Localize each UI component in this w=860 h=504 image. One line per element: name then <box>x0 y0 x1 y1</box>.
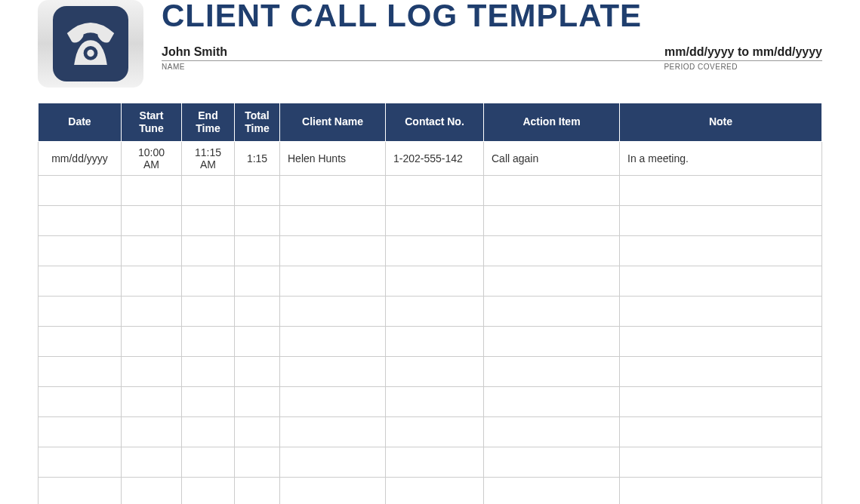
cell-action <box>484 416 620 447</box>
cell-date <box>39 296 122 326</box>
cell-note <box>620 296 822 326</box>
cell-contact <box>386 235 484 266</box>
cell-client <box>280 326 386 356</box>
cell-start <box>122 175 182 205</box>
cell-total <box>235 235 280 266</box>
cell-client <box>280 266 386 296</box>
table-row <box>39 356 822 386</box>
table-row <box>39 386 822 416</box>
cell-start <box>122 296 182 326</box>
cell-date <box>39 175 122 205</box>
call-log-table: Date Start Tune End Time Total Time Clie… <box>38 103 822 504</box>
col-client: Client Name <box>280 103 386 142</box>
period-value: mm/dd/yyyy to mm/dd/yyyy <box>664 45 822 59</box>
cell-contact <box>386 326 484 356</box>
header-text: CLIENT CALL LOG TEMPLATE John Smith mm/d… <box>162 0 822 72</box>
col-contact: Contact No. <box>386 103 484 142</box>
cell-end <box>182 386 235 416</box>
cell-note <box>620 205 822 235</box>
table-row <box>39 447 822 477</box>
cell-end <box>182 205 235 235</box>
cell-start <box>122 477 182 504</box>
cell-action <box>484 447 620 477</box>
header: CLIENT CALL LOG TEMPLATE John Smith mm/d… <box>38 0 822 88</box>
page: CLIENT CALL LOG TEMPLATE John Smith mm/d… <box>0 0 860 504</box>
cell-start <box>122 205 182 235</box>
cell-note <box>620 386 822 416</box>
cell-start <box>122 447 182 477</box>
cell-action <box>484 326 620 356</box>
table-row <box>39 175 822 205</box>
cell-date <box>39 205 122 235</box>
phone-icon <box>53 6 128 81</box>
cell-start: 10:00 AM <box>122 141 182 175</box>
page-title: CLIENT CALL LOG TEMPLATE <box>162 0 822 32</box>
name-value: John Smith <box>162 45 227 59</box>
cell-contact <box>386 386 484 416</box>
table-row <box>39 326 822 356</box>
cell-total <box>235 175 280 205</box>
name-label: NAME <box>162 63 185 71</box>
cell-end <box>182 447 235 477</box>
cell-client <box>280 296 386 326</box>
cell-total <box>235 447 280 477</box>
cell-contact <box>386 266 484 296</box>
cell-note <box>620 477 822 504</box>
cell-date <box>39 416 122 447</box>
cell-contact <box>386 447 484 477</box>
col-action: Action Item <box>484 103 620 142</box>
table-row <box>39 205 822 235</box>
meta-period: mm/dd/yyyy to mm/dd/yyyy <box>664 45 822 59</box>
cell-action <box>484 477 620 504</box>
cell-client <box>280 235 386 266</box>
cell-date <box>39 477 122 504</box>
cell-end <box>182 356 235 386</box>
cell-client: Helen Hunts <box>280 141 386 175</box>
cell-client <box>280 447 386 477</box>
cell-note <box>620 416 822 447</box>
cell-action <box>484 356 620 386</box>
cell-action <box>484 266 620 296</box>
col-date: Date <box>39 103 122 142</box>
col-start: Start Tune <box>122 103 182 142</box>
cell-start <box>122 266 182 296</box>
cell-end <box>182 326 235 356</box>
cell-contact <box>386 356 484 386</box>
cell-date <box>39 356 122 386</box>
cell-client <box>280 416 386 447</box>
cell-client <box>280 175 386 205</box>
cell-contact: 1-202-555-142 <box>386 141 484 175</box>
cell-client <box>280 205 386 235</box>
cell-end <box>182 477 235 504</box>
table-row <box>39 477 822 504</box>
cell-client <box>280 386 386 416</box>
logo-box <box>38 0 143 88</box>
cell-date <box>39 235 122 266</box>
cell-total: 1:15 <box>235 141 280 175</box>
cell-action <box>484 386 620 416</box>
cell-contact <box>386 477 484 504</box>
cell-note <box>620 235 822 266</box>
cell-total <box>235 416 280 447</box>
col-total: Total Time <box>235 103 280 142</box>
cell-end <box>182 416 235 447</box>
col-end: End Time <box>182 103 235 142</box>
cell-contact <box>386 175 484 205</box>
cell-start <box>122 416 182 447</box>
cell-end <box>182 296 235 326</box>
cell-total <box>235 205 280 235</box>
cell-action <box>484 235 620 266</box>
col-note: Note <box>620 103 822 142</box>
svg-point-1 <box>87 50 94 57</box>
cell-end: 11:15 AM <box>182 141 235 175</box>
cell-action: Call again <box>484 141 620 175</box>
cell-date <box>39 447 122 477</box>
cell-date: mm/dd/yyyy <box>39 141 122 175</box>
table-row: mm/dd/yyyy10:00 AM11:15 AM1:15Helen Hunt… <box>39 141 822 175</box>
cell-start <box>122 386 182 416</box>
cell-total <box>235 356 280 386</box>
cell-client <box>280 477 386 504</box>
cell-note <box>620 356 822 386</box>
cell-end <box>182 235 235 266</box>
cell-total <box>235 477 280 504</box>
